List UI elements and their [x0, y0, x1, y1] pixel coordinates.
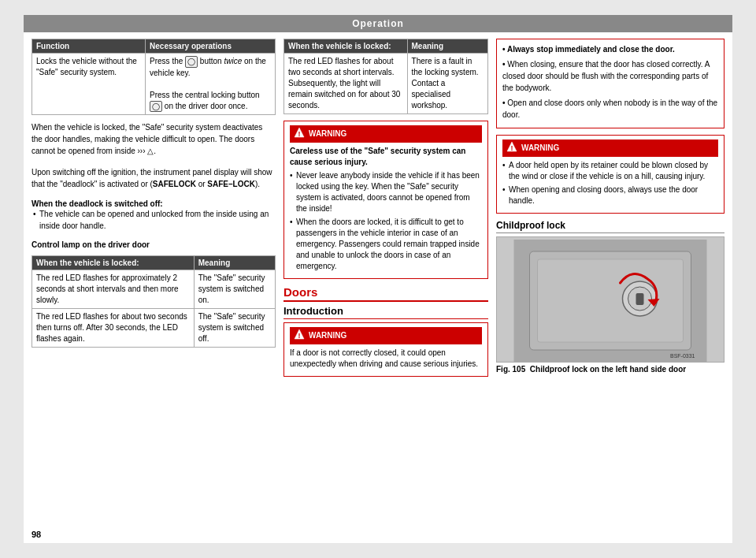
warning-header-3: ! WARNING	[502, 140, 718, 157]
header-title: Operation	[352, 18, 404, 29]
door-info-list: Always stop immediately and close the do…	[502, 43, 718, 121]
warning-content-1: Careless use of the "Safe" security syst…	[290, 146, 482, 272]
door-warning: ! WARNING If a door is not correctly clo…	[284, 322, 488, 377]
door-info-box: Always stop immediately and close the do…	[496, 39, 724, 128]
page-number: 98	[32, 530, 41, 539]
warning-item: When the doors are locked, it is difficu…	[290, 217, 482, 272]
right-column: Always stop immediately and close the do…	[496, 39, 724, 534]
door-warning-text: If a door is not correctly closed, it co…	[290, 348, 482, 370]
deadlock-bullet: The vehicle can be opened and unlocked f…	[33, 208, 276, 232]
svg-rect-12	[636, 293, 644, 305]
condition-1: The red LED flashes for approximately 2 …	[32, 270, 195, 309]
warning-item-3b: When opening and closing doors, always u…	[502, 184, 718, 206]
warning-content-3: A door held open by its retainer could b…	[502, 160, 718, 206]
fig-caption: Fig. 105 Childproof lock on the left han…	[496, 365, 724, 374]
warning-item: Never leave anybody inside the vehicle i…	[290, 170, 482, 214]
op-line2: Press the central locking but­ton ◯ on t…	[150, 91, 260, 110]
lock-btn-icon: ◯	[150, 101, 162, 113]
meaning-col-header: Meaning	[194, 256, 275, 270]
door-retainer-warning: ! WARNING A door held open by its retain…	[496, 135, 724, 214]
operations-cell: Press the ◯ button twice on the vehicle …	[146, 54, 276, 115]
function-col-header: Function	[32, 39, 146, 54]
introduction-heading: Introduction	[284, 305, 488, 319]
condition-2: The red LED flashes for about two second…	[32, 309, 195, 348]
table-row: Locks the vehicle with­out the "Safe" se…	[32, 54, 276, 115]
function-table: Function Necessary operations Locks the …	[32, 39, 276, 115]
key-icon: ◯	[185, 56, 198, 68]
childproof-section: Childproof lock	[496, 220, 724, 374]
childproof-image: BSF-0331	[496, 236, 724, 363]
body-para-1: When the vehicle is locked, the "Safe" s…	[32, 121, 276, 157]
function-text: Locks the vehicle with­out the "Safe" se…	[36, 57, 137, 76]
info-item-1: Always stop immediately and close the do…	[502, 43, 718, 55]
vehicle-locked-col-header: When the vehicle is locked:	[32, 256, 195, 270]
fig-label: Fig. 105	[496, 365, 525, 374]
childproof-heading: Childproof lock	[496, 220, 724, 233]
doors-section: Doors Introduction ! WARNING	[284, 285, 488, 377]
mid-column: When the vehicle is locked: Meaning The …	[284, 39, 488, 534]
warning-header-2: ! WARNING	[290, 327, 482, 344]
fault-locked-header: When the vehicle is locked:	[284, 39, 408, 54]
fault-table: When the vehicle is locked: Meaning The …	[284, 39, 488, 114]
info-item-3: Open and close doors only when nobody is…	[502, 97, 718, 121]
safe-system-warning: ! WARNING Careless use of the "Safe" sec…	[284, 121, 488, 279]
page-header: Operation	[24, 15, 732, 32]
function-table-wrapper: Function Necessary operations Locks the …	[32, 39, 276, 115]
necessary-ops-col-header: Necessary operations	[146, 39, 276, 54]
deadlock-list: The vehicle can be opened and unlocked f…	[32, 208, 276, 232]
warning-first-line: Careless use of the "Safe" security syst…	[290, 146, 482, 168]
doors-heading: Doors	[284, 285, 488, 302]
warning-list-3: A door held open by its retainer could b…	[502, 160, 718, 206]
fault-condition: The red LED flashes for about two second…	[284, 54, 408, 114]
warning-list-1: Never leave anybody inside the vehicle i…	[290, 170, 482, 272]
page: Operation Function Necessary operations	[24, 15, 732, 543]
deadlock-section: When the deadlock is switched off: The v…	[32, 199, 276, 234]
warning-header-1: ! WARNING	[290, 125, 482, 143]
info-item-2: When closing, ensure that the door has c…	[502, 58, 718, 94]
warning-label-1: WARNING	[309, 128, 346, 140]
svg-text:!: !	[511, 144, 513, 152]
warning-label-3: WARNING	[521, 143, 559, 154]
fault-meaning-header: Meaning	[407, 39, 487, 54]
control-lamp-heading: Control lamp on the driver door	[32, 240, 276, 249]
meaning-1: The "Safe" security system is switched o…	[194, 270, 275, 309]
page-content: Function Necessary operations Locks the …	[24, 32, 732, 540]
warning-content-2: If a door is not correctly closed, it co…	[290, 348, 482, 370]
warning-triangle-icon-1: !	[294, 127, 305, 141]
fig-text: Childproof lock on the left hand side do…	[530, 365, 686, 374]
deadlock-heading: When the deadlock is switched off:	[32, 199, 276, 208]
table-row: The red LED flashes for about two second…	[32, 309, 276, 348]
warning-item-3a: A door held open by its retainer could b…	[502, 160, 718, 182]
left-column: Function Necessary operations Locks the …	[32, 39, 276, 534]
warning-label-2: WARNING	[309, 330, 346, 341]
meaning-2: The "Safe" security system is switched o…	[194, 309, 275, 348]
control-lamp-table: When the vehicle is locked: Meaning The …	[32, 255, 276, 348]
svg-text:!: !	[298, 332, 301, 340]
body-para-2: Upon switching off the ignition, the ins…	[32, 166, 276, 190]
table-row: The red LED flashes for about two second…	[284, 54, 488, 114]
svg-text:!: !	[298, 130, 301, 138]
svg-text:BSF-0331: BSF-0331	[670, 353, 695, 359]
warning-triangle-icon-3: !	[506, 141, 517, 155]
svg-rect-8	[538, 259, 684, 342]
function-cell: Locks the vehicle with­out the "Safe" se…	[32, 54, 146, 115]
fault-meaning: There is a fault in the locking system. …	[407, 54, 487, 114]
op-line1: Press the ◯ button twice on the vehicle …	[150, 57, 266, 77]
warning-triangle-icon-2: !	[294, 329, 305, 343]
door-svg: BSF-0331	[497, 240, 724, 362]
table-row: The red LED flashes for approximately 2 …	[32, 270, 276, 309]
